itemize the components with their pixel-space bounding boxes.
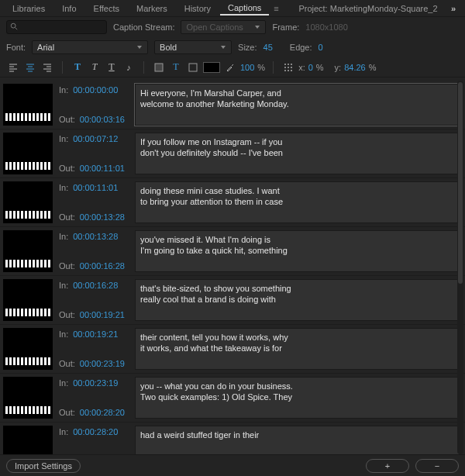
edge-color-icon[interactable] — [186, 60, 200, 74]
caption-row[interactable]: In:00:00:07:12Out:00:00:11:01If you foll… — [0, 129, 465, 178]
text-color-icon[interactable]: T — [169, 60, 183, 74]
tab-markers[interactable]: Markers — [129, 2, 175, 15]
in-timecode[interactable]: 00:00:19:21 — [73, 329, 118, 339]
percent-label-y: % — [369, 63, 377, 72]
bg-color-icon[interactable] — [152, 60, 166, 74]
caption-thumbnail[interactable] — [3, 230, 53, 272]
caption-text[interactable]: Hi everyone, I'm Marshal Carper, and wel… — [135, 84, 460, 126]
frame-value: 1080x1080 — [305, 22, 347, 32]
tab-overflow-icon[interactable]: » — [446, 4, 460, 13]
caption-row[interactable]: In:00:00:23:19Out:00:00:28:20you -- what… — [0, 374, 465, 423]
in-timecode[interactable]: 00:00:13:28 — [73, 232, 118, 241]
svg-point-22 — [284, 70, 286, 71]
caption-thumbnail[interactable] — [3, 84, 53, 126]
svg-rect-15 — [189, 64, 197, 71]
svg-line-1 — [16, 28, 18, 30]
caption-text[interactable]: their content, tell you how it works, wh… — [135, 328, 460, 370]
in-timecode[interactable]: 00:00:07:12 — [73, 134, 118, 143]
in-timecode[interactable]: 00:00:28:20 — [73, 427, 118, 436]
in-label: In: — [59, 183, 68, 192]
caption-thumbnail[interactable] — [3, 426, 53, 454]
y-value[interactable]: 84.26 — [344, 63, 366, 72]
align-center-icon[interactable] — [23, 60, 37, 74]
music-icon[interactable]: ♪ — [122, 60, 136, 74]
caption-row[interactable]: In:00:00:00:00Out:00:00:03:16Hi everyone… — [0, 81, 465, 129]
caption-stream-dropdown[interactable]: Open Captions — [181, 20, 266, 34]
font-family-value: Arial — [37, 43, 54, 52]
font-weight-dropdown[interactable]: Bold — [154, 40, 232, 54]
style-group: T T T ♪ — [71, 60, 136, 74]
bold-icon[interactable]: T — [71, 60, 84, 74]
out-timecode[interactable]: 00:00:11:01 — [80, 164, 125, 173]
position-group: x: 0 % y: 84.26 % — [281, 60, 376, 74]
panel-menu-icon[interactable]: ≡ — [270, 4, 281, 13]
caption-text[interactable]: that's bite-sized, to show you something… — [135, 279, 460, 321]
svg-point-20 — [288, 67, 289, 68]
align-group — [6, 60, 54, 74]
caption-text[interactable]: you -- what you can do in your business.… — [135, 377, 460, 419]
tab-captions[interactable]: Captions — [220, 2, 269, 16]
out-label: Out: — [59, 310, 75, 319]
search-icon — [10, 22, 18, 32]
font-family-dropdown[interactable]: Arial — [32, 40, 148, 54]
footer: Import Settings + − — [0, 454, 465, 476]
remove-caption-button[interactable]: − — [415, 459, 459, 473]
caption-row[interactable]: In:00:00:28:20Out:had a weird stuffed ti… — [0, 423, 465, 454]
out-timecode[interactable]: 00:00:13:28 — [80, 212, 125, 222]
size-label: Size: — [238, 43, 257, 52]
chevron-down-icon — [136, 43, 143, 52]
scrollbar[interactable] — [457, 81, 463, 454]
search-input[interactable] — [6, 20, 107, 34]
tab-libraries[interactable]: Libraries — [5, 2, 53, 15]
color-swatch[interactable] — [203, 62, 220, 73]
out-timecode[interactable]: 00:00:03:16 — [80, 115, 125, 124]
in-label: In: — [59, 427, 68, 436]
caption-row[interactable]: In:00:00:19:21Out:00:00:23:19their conte… — [0, 325, 465, 374]
in-timecode[interactable]: 00:00:23:19 — [73, 378, 118, 388]
caption-row[interactable]: In:00:00:13:28Out:00:00:16:28you've miss… — [0, 227, 465, 276]
caption-text[interactable]: you've missed it. What I'm doing is I'm … — [135, 230, 460, 272]
tab-info[interactable]: Info — [54, 2, 84, 15]
caption-thumbnail[interactable] — [3, 181, 53, 223]
in-timecode[interactable]: 00:00:16:28 — [73, 281, 118, 290]
caption-timecodes: In:00:00:16:28Out:00:00:19:21 — [56, 276, 133, 324]
caption-text[interactable]: doing these mini case studies. I want to… — [135, 181, 460, 223]
tab-history[interactable]: History — [177, 2, 219, 15]
caption-thumbnail[interactable] — [3, 133, 53, 174]
in-timecode[interactable]: 00:00:00:00 — [73, 85, 118, 95]
project-name: MarketingMonday-Square_2 — [330, 4, 438, 13]
out-timecode[interactable]: 00:00:28:20 — [80, 408, 125, 417]
svg-point-19 — [284, 67, 286, 68]
caption-row[interactable]: In:00:00:16:28Out:00:00:19:21that's bite… — [0, 276, 465, 325]
eyedropper-icon[interactable] — [223, 60, 237, 74]
align-right-icon[interactable] — [40, 60, 54, 74]
align-left-icon[interactable] — [6, 60, 20, 74]
caption-text[interactable]: If you follow me on Instagram -- if you … — [135, 133, 460, 174]
svg-point-18 — [291, 64, 292, 65]
edge-value[interactable]: 0 — [319, 43, 323, 52]
out-timecode[interactable]: 00:00:16:28 — [80, 261, 125, 271]
caption-thumbnail[interactable] — [3, 328, 53, 370]
add-caption-button[interactable]: + — [366, 459, 409, 473]
in-label: In: — [59, 329, 68, 339]
x-value[interactable]: 0 — [308, 63, 313, 72]
svg-point-21 — [291, 67, 292, 68]
color-group: T 100 % — [152, 60, 265, 74]
svg-point-17 — [288, 64, 289, 65]
position-grid-icon[interactable] — [281, 60, 295, 74]
in-timecode[interactable]: 00:00:11:01 — [73, 183, 118, 192]
out-timecode[interactable]: 00:00:19:21 — [80, 310, 125, 319]
caption-thumbnail[interactable] — [3, 279, 53, 321]
in-label: In: — [59, 281, 68, 290]
caption-row[interactable]: In:00:00:11:01Out:00:00:13:28doing these… — [0, 178, 465, 227]
out-timecode[interactable]: 00:00:23:19 — [80, 359, 125, 368]
size-value[interactable]: 45 — [264, 43, 273, 52]
italic-icon[interactable]: T — [88, 60, 102, 74]
caption-thumbnail[interactable] — [3, 377, 53, 419]
underline-icon[interactable]: T — [105, 60, 119, 74]
tab-effects[interactable]: Effects — [86, 2, 127, 15]
opacity-value[interactable]: 100 — [240, 63, 254, 72]
import-settings-button[interactable]: Import Settings — [6, 459, 81, 473]
caption-text[interactable]: had a weird stuffed tiger in their — [135, 426, 460, 454]
caption-timecodes: In:00:00:11:01Out:00:00:13:28 — [56, 178, 133, 226]
